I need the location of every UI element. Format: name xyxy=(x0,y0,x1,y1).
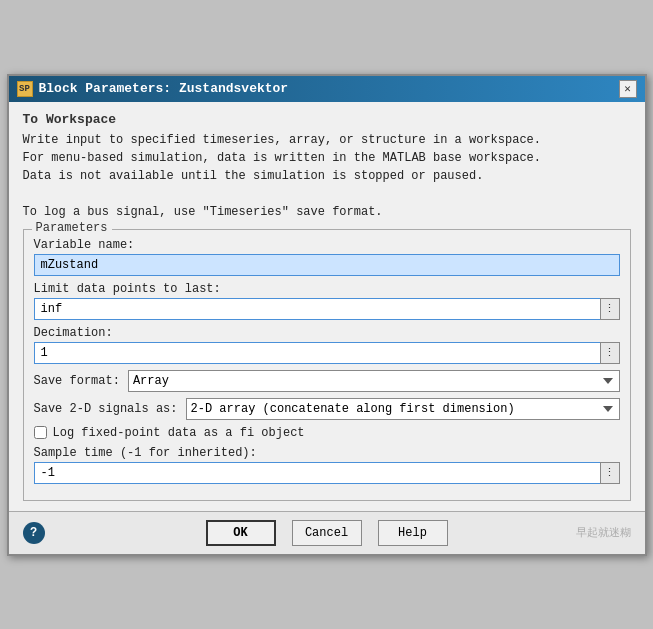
decimation-field: Decimation: ⋮ xyxy=(34,326,620,364)
dialog-window: SP Block Parameters: Zustandsvektor ✕ To… xyxy=(7,74,647,556)
desc-written: written xyxy=(275,151,325,165)
help-button[interactable]: ? xyxy=(23,522,45,544)
desc-line-3: Data is not available until the simulati… xyxy=(23,167,631,185)
section-header: To Workspace xyxy=(23,112,631,127)
limit-input[interactable] xyxy=(34,298,600,320)
title-bar: SP Block Parameters: Zustandsvektor ✕ xyxy=(9,76,645,102)
save-format-label: Save format: xyxy=(34,374,120,388)
watermark-text: 早起就迷糊 xyxy=(576,525,631,540)
variable-name-input[interactable] xyxy=(34,254,620,276)
sample-time-input[interactable] xyxy=(34,462,600,484)
decimation-label: Decimation: xyxy=(34,326,620,340)
desc-based: base xyxy=(433,151,462,165)
save-2d-label: Save 2-D signals as: xyxy=(34,402,178,416)
window-title: Block Parameters: Zustandsvektor xyxy=(39,81,289,96)
close-button[interactable]: ✕ xyxy=(619,80,637,98)
desc-line-4: To log a bus signal, use "Timeseries" sa… xyxy=(23,203,631,221)
variable-name-field: Variable name: xyxy=(34,238,620,276)
log-fixed-label: Log fixed-point data as a fi object xyxy=(53,426,305,440)
decimation-side-btn[interactable]: ⋮ xyxy=(600,342,620,364)
sample-time-input-row: ⋮ xyxy=(34,462,620,484)
sample-time-field: Sample time (-1 for inherited): ⋮ xyxy=(34,446,620,484)
variable-name-label: Variable name: xyxy=(34,238,620,252)
save-format-select[interactable]: Array Structure Structure With Time Time… xyxy=(128,370,620,392)
description-block: Write input to specified timeseries, arr… xyxy=(23,131,631,221)
limit-field: Limit data points to last: ⋮ xyxy=(34,282,620,320)
save-format-row: Save format: Array Structure Structure W… xyxy=(34,370,620,392)
window-icon: SP xyxy=(17,81,33,97)
save-2d-select[interactable]: 2-D array (concatenate along first dimen… xyxy=(186,398,620,420)
limit-label: Limit data points to last: xyxy=(34,282,620,296)
help-text-button[interactable]: Help xyxy=(378,520,448,546)
limit-input-row: ⋮ xyxy=(34,298,620,320)
save-2d-as: as xyxy=(156,402,170,416)
sample-time-label: Sample time (-1 for inherited): xyxy=(34,446,620,460)
limit-side-btn[interactable]: ⋮ xyxy=(600,298,620,320)
cancel-button[interactable]: Cancel xyxy=(292,520,362,546)
decimation-input[interactable] xyxy=(34,342,600,364)
log-fixed-row: Log fixed-point data as a fi object xyxy=(34,426,620,440)
dialog-content: To Workspace Write input to specified ti… xyxy=(9,102,645,511)
params-group: Parameters Variable name: Limit data poi… xyxy=(23,229,631,501)
decimation-input-row: ⋮ xyxy=(34,342,620,364)
dialog-footer: ? OK Cancel Help 早起就迷糊 xyxy=(9,511,645,554)
params-legend: Parameters xyxy=(32,221,112,235)
save-2d-row: Save 2-D signals as: 2-D array (concaten… xyxy=(34,398,620,420)
log-fixed-checkbox[interactable] xyxy=(34,426,47,439)
sample-time-side-btn[interactable]: ⋮ xyxy=(600,462,620,484)
desc-line-1: Write input to specified timeseries, arr… xyxy=(23,131,631,149)
desc-line-2: For menu-based simulation, data is writt… xyxy=(23,149,631,167)
title-bar-left: SP Block Parameters: Zustandsvektor xyxy=(17,81,289,97)
ok-button[interactable]: OK xyxy=(206,520,276,546)
